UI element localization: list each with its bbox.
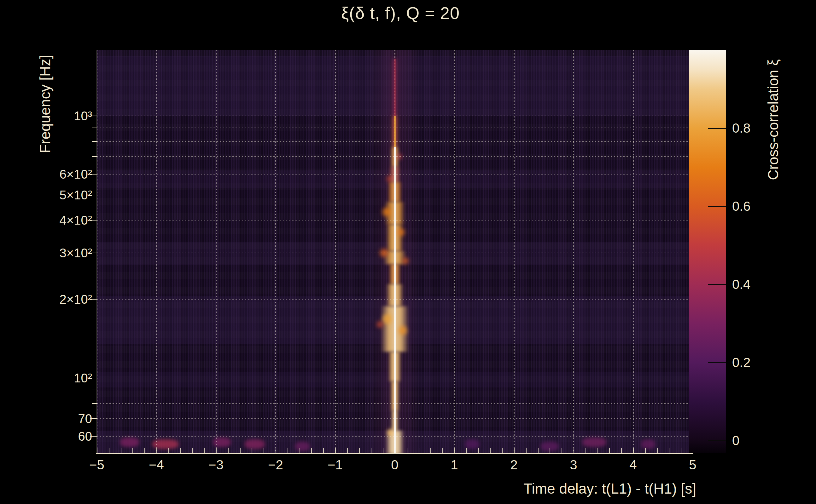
- x-tick-label: 5: [689, 457, 696, 473]
- ridge-speckle: [402, 258, 409, 264]
- colorbar-tick-label: 0.4: [732, 277, 750, 292]
- y-tick-label: 5×10²: [32, 188, 92, 202]
- x-tick-label: 4: [629, 457, 637, 473]
- y-tick-label: 10³: [32, 109, 92, 123]
- y-axis-label: Frequency [Hz]: [37, 55, 54, 153]
- ridge-speckle: [382, 314, 393, 324]
- colorbar-label: Cross-correlation ξ: [765, 59, 782, 180]
- x-tick-label: −1: [328, 457, 343, 473]
- colorbar-tick-mark: [708, 440, 726, 441]
- x-tick-label: 1: [451, 457, 458, 473]
- noise-floor-blob: [465, 439, 479, 449]
- colorbar-tick-label: 0.6: [732, 199, 750, 214]
- x-gridline: [454, 50, 455, 453]
- y-tick-label: 4×10²: [32, 213, 92, 227]
- y-tick-label: 3×10²: [32, 246, 92, 260]
- y-tick-mark: [92, 156, 97, 157]
- heatmap-plot-area: [97, 50, 693, 453]
- x-gridline: [97, 50, 97, 453]
- colorbar-tick-mark: [708, 206, 726, 207]
- y-tick-label: 60: [32, 429, 92, 443]
- x-gridline: [275, 50, 276, 453]
- ridge-core: [394, 116, 396, 147]
- noise-floor-blob: [582, 438, 606, 447]
- x-tick-label: 3: [570, 457, 577, 473]
- ridge-speckle: [387, 176, 393, 182]
- x-gridline: [216, 50, 217, 453]
- x-gridline: [514, 50, 514, 453]
- x-tick-label: −5: [89, 457, 104, 473]
- x-gridline: [335, 50, 336, 453]
- ridge-speckle: [377, 321, 383, 328]
- y-tick-mark: [92, 390, 97, 390]
- colorbar-tick-label: 0: [732, 433, 739, 448]
- colorbar-tick-mark: [708, 362, 726, 363]
- colorbar-gradient: [689, 50, 726, 453]
- y-tick-label: 10²: [32, 371, 92, 385]
- noise-floor-blob: [120, 438, 139, 447]
- x-axis-label: Time delay: t(L1) - t(H1) [s]: [523, 480, 696, 497]
- noise-floor-blob: [641, 439, 655, 449]
- cross-correlation-figure: ξ(δ t, f), Q = 20 Frequency [Hz] Time de…: [0, 0, 816, 504]
- x-gridline: [573, 50, 574, 453]
- y-tick-mark: [92, 128, 97, 128]
- chart-title: ξ(δ t, f), Q = 20: [341, 3, 460, 23]
- ridge-core: [394, 59, 396, 116]
- colorbar-tick-label: 0.2: [732, 355, 750, 370]
- x-tick-label: −3: [209, 457, 224, 473]
- y-tick-label: 2×10²: [32, 292, 92, 306]
- noise-floor-blob: [245, 439, 265, 449]
- y-tick-label: 6×10²: [32, 167, 92, 181]
- y-tick-mark: [92, 403, 97, 404]
- x-tick-label: 0: [391, 457, 398, 473]
- ridge-core: [394, 147, 396, 453]
- x-tick-label: 2: [510, 457, 517, 473]
- x-minor-ticks: [97, 448, 693, 453]
- y-tick-label: 70: [32, 411, 92, 426]
- colorbar-tick-mark: [708, 128, 726, 129]
- y-tick-mark: [92, 141, 97, 142]
- x-gridline: [633, 50, 634, 453]
- x-tick-label: −2: [268, 457, 283, 473]
- x-axis-spine: [96, 453, 693, 454]
- ridge-speckle: [398, 326, 407, 335]
- colorbar-tick-label: 0.8: [732, 121, 750, 136]
- colorbar-tick-mark: [708, 284, 726, 285]
- y-axis-spine: [96, 50, 97, 453]
- x-tick-label: −4: [149, 457, 164, 473]
- x-gridline: [156, 50, 157, 453]
